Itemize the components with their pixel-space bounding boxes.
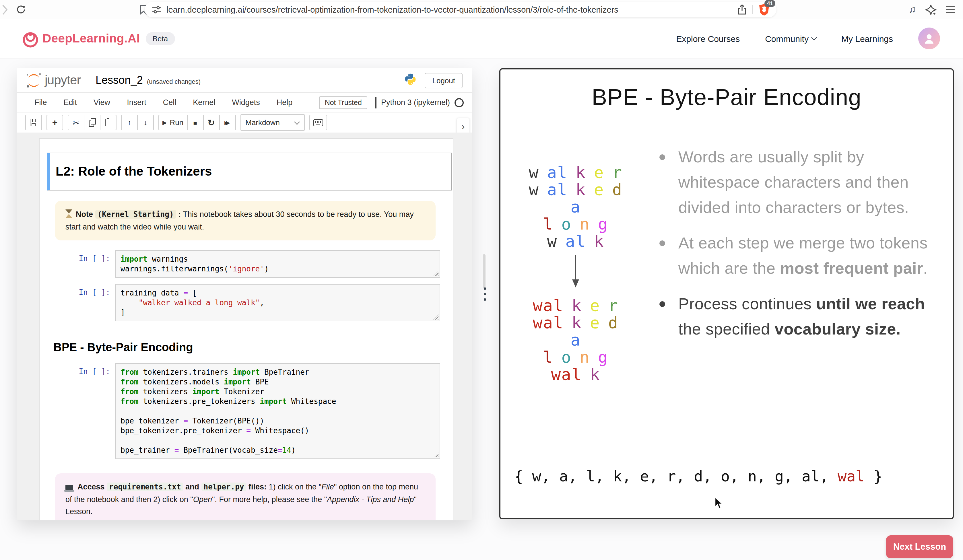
menu-item-kernel[interactable]: Kernel: [193, 98, 215, 107]
plus-icon: +: [52, 117, 58, 128]
arrow-down-icon: ↓: [144, 118, 148, 127]
nav-explore-courses[interactable]: Explore Courses: [676, 34, 740, 43]
code-cell[interactable]: In [ ]: import warningswarnings.filterwa…: [47, 250, 440, 278]
shield-badge: 41: [765, 0, 775, 6]
avatar[interactable]: [918, 28, 940, 49]
pink-chip-requirements: requirements.txt: [107, 482, 183, 491]
token-row: long: [501, 348, 651, 366]
pink-italic-open: Open: [193, 495, 212, 503]
kernel-name: Python 3 (ipykernel): [381, 98, 450, 107]
reload-icon[interactable]: [16, 5, 26, 15]
notebook-header: jupyter Lesson_2 (unsaved changes) Logou…: [17, 68, 472, 92]
site-header: DeepLearning.AI Beta Explore Courses Com…: [0, 19, 963, 58]
vocabulary-set: { w, a, l, k, e, r, d, o, n, g, al, wal …: [514, 468, 883, 485]
code-cell[interactable]: In [ ]: training_data = [ "walker walked…: [47, 284, 440, 321]
menu-icon[interactable]: [946, 6, 955, 13]
bullet-item: At each step we merge two tokens which a…: [678, 231, 938, 281]
site-settings-icon[interactable]: [151, 5, 162, 14]
menu-item-cell[interactable]: Cell: [163, 98, 177, 107]
code-cell[interactable]: In [ ]: from tokenizers.trainers import …: [47, 363, 440, 459]
bullet-item: Words are usually split by whitespace ch…: [678, 145, 938, 220]
address-bar[interactable]: learn.deeplearning.ai/courses/retrieval-…: [144, 2, 777, 17]
run-button[interactable]: ▶Run: [158, 115, 187, 130]
menu-items: FileEditViewInsertCellKernelWidgetsHelp: [34, 98, 292, 107]
menu-item-widgets[interactable]: Widgets: [232, 98, 260, 107]
cell-prompt: In [ ]:: [47, 363, 115, 459]
divider: [752, 5, 753, 14]
menu-item-file[interactable]: File: [34, 98, 47, 107]
kernel-indicator: Python 3 (ipykernel): [376, 97, 464, 108]
merge-arrow-icon: [571, 255, 580, 291]
python-logo-icon: [404, 72, 417, 88]
page: learn.deeplearning.ai/courses/retrieval-…: [0, 0, 963, 560]
add-cell-button[interactable]: +: [47, 115, 63, 130]
menu-item-edit[interactable]: Edit: [64, 98, 77, 107]
code-input[interactable]: from tokenizers.trainers import BpeTrain…: [115, 363, 440, 459]
pink-italic-appendix: Appendix - Tips and Help: [327, 495, 414, 503]
move-cell-down-button[interactable]: ↓: [137, 115, 154, 130]
menu-item-help[interactable]: Help: [277, 98, 293, 107]
cell-type-value: Markdown: [245, 118, 280, 127]
pink-chip-helper: helper.py: [201, 482, 246, 491]
token-row: walked: [501, 181, 651, 198]
scrollbar-thumb[interactable]: [483, 254, 486, 289]
restart-run-all-button[interactable]: ▶▶: [219, 115, 235, 130]
pink-italic-file: File: [321, 482, 334, 491]
nav-community[interactable]: Community: [765, 34, 816, 43]
cut-cell-button[interactable]: ✂: [68, 115, 84, 130]
code-input[interactable]: training_data = [ "walker walked a long …: [115, 284, 440, 321]
forward-icon[interactable]: [1, 4, 8, 15]
menu-item-insert[interactable]: Insert: [127, 98, 146, 107]
nav-my-learnings[interactable]: My Learnings: [841, 34, 893, 43]
hourglass-icon: [65, 209, 72, 218]
cell-type-select[interactable]: Markdown: [240, 114, 305, 131]
kernel-note-callout: Note (Kernel Starting) : This notebook t…: [55, 201, 436, 240]
mouse-cursor: [714, 497, 725, 512]
beta-badge: Beta: [146, 32, 175, 45]
token-row: walk: [501, 232, 651, 249]
file-access-callout: Access requirements.txt and helper.py fi…: [55, 473, 436, 520]
lesson-heading: L2: Role of the Tokenizers: [56, 164, 212, 179]
laptop-icon: [65, 485, 73, 490]
notebook-document: L2: Role of the Tokenizers Note (Kernel …: [39, 138, 453, 520]
note-code-chip: (Kernel Starting): [95, 210, 176, 218]
logout-button[interactable]: Logout: [425, 73, 462, 88]
save-button[interactable]: [25, 115, 42, 130]
move-cell-up-button[interactable]: ↑: [121, 115, 138, 130]
notebook-save-status: (unsaved changes): [147, 78, 201, 85]
play-icon: ▶: [162, 119, 167, 126]
code-input[interactable]: import warningswarnings.filterwarnings('…: [115, 250, 440, 278]
restart-kernel-button[interactable]: ↻: [203, 115, 219, 130]
notebook-title[interactable]: Lesson_2: [96, 74, 143, 87]
share-icon[interactable]: [738, 4, 747, 15]
panel-drag-handle[interactable]: [484, 288, 486, 300]
vocab-highlight: wal: [838, 468, 864, 485]
jupyter-wordmark: jupyter: [45, 73, 81, 88]
slide-bullets: Words are usually split by whitespace ch…: [678, 145, 938, 352]
notebook-menubar: FileEditViewInsertCellKernelWidgetsHelp …: [17, 92, 472, 112]
copy-cell-button[interactable]: [84, 115, 101, 130]
brand-logo[interactable]: DeepLearning.AI: [22, 29, 140, 48]
paste-cell-button[interactable]: [100, 115, 117, 130]
ai-sparkle-icon[interactable]: [925, 4, 937, 15]
copy-icon: [89, 120, 94, 126]
pink-t3: ". For more help, please see the ": [212, 495, 327, 503]
stop-button[interactable]: ■: [187, 115, 203, 130]
next-lesson-button[interactable]: Next Lesson: [886, 535, 953, 558]
run-label: Run: [170, 118, 183, 127]
token-row: long: [501, 215, 651, 232]
command-palette-button[interactable]: [309, 115, 327, 130]
token-row: walk: [501, 366, 651, 383]
token-row: a: [501, 198, 651, 215]
menu-item-view[interactable]: View: [94, 98, 110, 107]
url-text[interactable]: learn.deeplearning.ai/courses/retrieval-…: [167, 5, 618, 14]
jupyter-notebook-panel: jupyter Lesson_2 (unsaved changes) Logou…: [17, 68, 472, 520]
pink-t1: 1) click on the ": [267, 482, 321, 491]
cell-prompt: In [ ]:: [47, 284, 115, 321]
bullet-item: Process continues until we reach the spe…: [678, 291, 938, 342]
trust-status-button[interactable]: Not Trusted: [319, 96, 368, 109]
fast-forward-icon: ▶▶: [224, 120, 230, 125]
markdown-cell-heading[interactable]: L2: Role of the Tokenizers: [47, 153, 452, 191]
media-icon[interactable]: ♫: [909, 4, 916, 15]
brave-shield-icon[interactable]: 41: [759, 3, 770, 16]
